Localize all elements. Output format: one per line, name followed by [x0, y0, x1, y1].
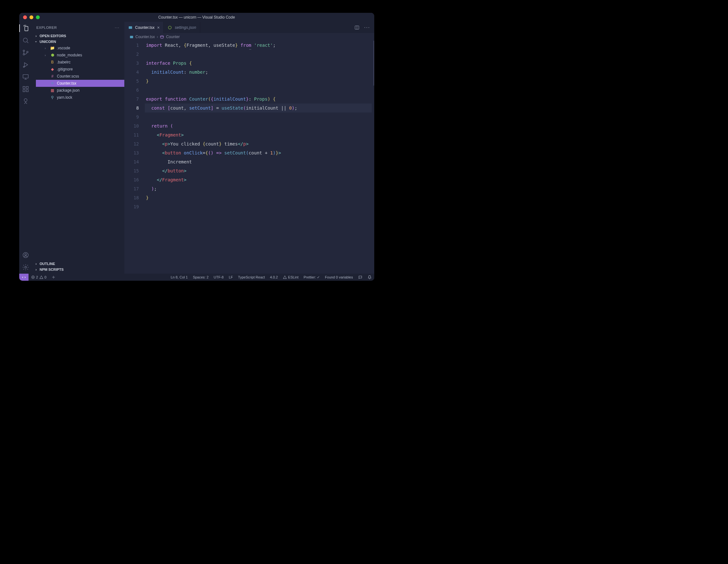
line-number: 9 [124, 112, 139, 121]
minimap[interactable] [372, 41, 374, 274]
line-number: 11 [124, 130, 139, 139]
status-prettier[interactable]: Prettier: ✓ [301, 275, 322, 279]
file-tree: ›📁.vscode›⬢node_modulesB.babelrc◆.gitign… [32, 45, 124, 101]
code-line[interactable]: </button> [145, 166, 372, 175]
activity-bar [19, 22, 32, 274]
debug-icon[interactable] [22, 61, 29, 69]
code-line[interactable]: ); [145, 184, 372, 193]
code-line[interactable]: <button onClick={() => setCount(count + … [145, 148, 372, 157]
svg-rect-9 [26, 87, 28, 88]
minimap-thumb[interactable] [373, 41, 374, 86]
maximize-icon[interactable] [36, 15, 40, 19]
remote-indicator[interactable] [19, 274, 29, 281]
line-number: 14 [124, 157, 139, 166]
settings-gear-icon[interactable] [22, 263, 29, 271]
account-icon[interactable] [22, 251, 29, 259]
react-file-icon [128, 25, 133, 30]
code-line[interactable]: return ( [145, 121, 372, 130]
split-editor-icon[interactable] [354, 25, 360, 30]
code-content[interactable]: … import React, {Fragment, useState} fro… [145, 41, 372, 274]
file-tree-item[interactable]: B.babelrc [36, 59, 124, 66]
search-icon[interactable] [22, 37, 29, 44]
code-line[interactable] [145, 202, 372, 211]
editor-tab[interactable]: settings.json [164, 22, 200, 33]
file-tree-item[interactable]: ⚛Counter.tsx [36, 80, 124, 87]
status-eol[interactable]: LF [226, 275, 236, 279]
file-tree-item[interactable]: ⚲yarn.lock [36, 94, 124, 101]
code-line[interactable]: interface Props { [145, 59, 372, 68]
sidebar-header: EXPLORER ··· [32, 22, 124, 33]
tab-label: settings.json [175, 25, 196, 30]
chevron-right-icon: › [45, 46, 48, 50]
close-icon[interactable] [23, 15, 27, 19]
file-name: Counter.scss [57, 74, 79, 79]
code-line[interactable]: <Fragment> [145, 130, 372, 139]
section-npm-scripts[interactable]: › NPM SCRIPTS [32, 267, 124, 272]
status-ports[interactable] [49, 275, 58, 279]
editor-area: Counter.tsx×settings.json ··· Counter.ts… [124, 22, 374, 274]
babel-icon: B [50, 60, 55, 64]
status-feedback-icon[interactable] [356, 275, 365, 279]
file-tree-item[interactable]: ◆.gitignore [36, 66, 124, 73]
minimize-icon[interactable] [29, 15, 33, 19]
code-line[interactable]: import React, {Fragment, useState} from … [145, 41, 372, 50]
line-number: 6 [124, 86, 139, 95]
gitlens-icon[interactable] [22, 97, 29, 105]
status-language[interactable]: TypeScript React [236, 275, 268, 279]
code-editor[interactable]: 12345678910111213141516171819 … import R… [124, 41, 374, 274]
status-ts-version[interactable]: 4.0.2 [268, 275, 280, 279]
chevron-down-icon: › [34, 39, 38, 44]
nodejs-icon: ⬢ [50, 53, 55, 57]
code-line[interactable]: </Fragment> [145, 175, 372, 184]
section-open-editors[interactable]: › OPEN EDITORS [32, 33, 124, 39]
code-line[interactable] [145, 112, 372, 121]
chevron-right-icon: › [45, 54, 48, 57]
editor-tab[interactable]: Counter.tsx× [124, 22, 164, 33]
more-icon[interactable]: ··· [364, 25, 370, 30]
status-encoding[interactable]: UTF-8 [211, 275, 226, 279]
line-number: 7 [124, 95, 139, 104]
svg-rect-6 [23, 87, 25, 88]
svg-rect-14 [128, 26, 132, 29]
code-line[interactable]: } [145, 193, 372, 202]
code-line[interactable]: const [count, setCount] = useState(initi… [145, 104, 372, 112]
status-variables[interactable]: Found 0 variables [322, 275, 355, 279]
code-line[interactable] [145, 50, 372, 59]
sidebar: EXPLORER ··· › OPEN EDITORS › UNICORN ›📁… [32, 22, 124, 274]
more-icon[interactable]: ··· [115, 26, 120, 29]
code-line[interactable]: <p>You clicked {count} times</p> [145, 139, 372, 148]
symbol-icon [160, 35, 164, 39]
section-outline[interactable]: › OUTLINE [32, 261, 124, 267]
breadcrumbs[interactable]: Counter.tsx › Counter [124, 33, 374, 41]
file-tree-item[interactable]: ›📁.vscode [36, 45, 124, 52]
explorer-icon[interactable] [19, 24, 32, 32]
code-line[interactable]: Increment [145, 157, 372, 166]
chevron-right-icon: › [157, 35, 158, 39]
svg-point-12 [25, 253, 27, 255]
close-icon[interactable]: × [157, 25, 160, 30]
extensions-icon[interactable] [22, 85, 29, 93]
status-eslint[interactable]: ESLint [280, 275, 301, 279]
tab-label: Counter.tsx [135, 25, 155, 30]
status-cursor-position[interactable]: Ln 8, Col 1 [168, 275, 190, 279]
section-project[interactable]: › UNICORN [32, 39, 124, 45]
code-line[interactable]: export function Counter({initialCount}: … [145, 95, 372, 104]
file-tree-item[interactable]: ›⬢node_modules [36, 52, 124, 59]
svg-point-3 [27, 51, 28, 53]
status-bell-icon[interactable] [365, 275, 374, 279]
code-line[interactable] [145, 86, 372, 95]
svg-point-4 [23, 66, 24, 68]
status-indentation[interactable]: Spaces: 2 [190, 275, 211, 279]
source-control-icon[interactable] [22, 49, 29, 56]
line-number: 13 [124, 148, 139, 157]
line-number: 4 [124, 68, 139, 77]
line-number: 18 [124, 193, 139, 202]
file-tree-item[interactable]: #Counter.scss [36, 73, 124, 80]
code-line[interactable]: } [145, 77, 372, 86]
code-line[interactable]: initialCount: number; [145, 68, 372, 77]
remote-icon[interactable] [22, 73, 29, 81]
file-tree-item[interactable]: ▦package.json [36, 87, 124, 94]
error-count: 2 [36, 275, 38, 279]
status-problems[interactable]: 2 0 [29, 275, 49, 279]
file-name: .vscode [57, 46, 70, 50]
